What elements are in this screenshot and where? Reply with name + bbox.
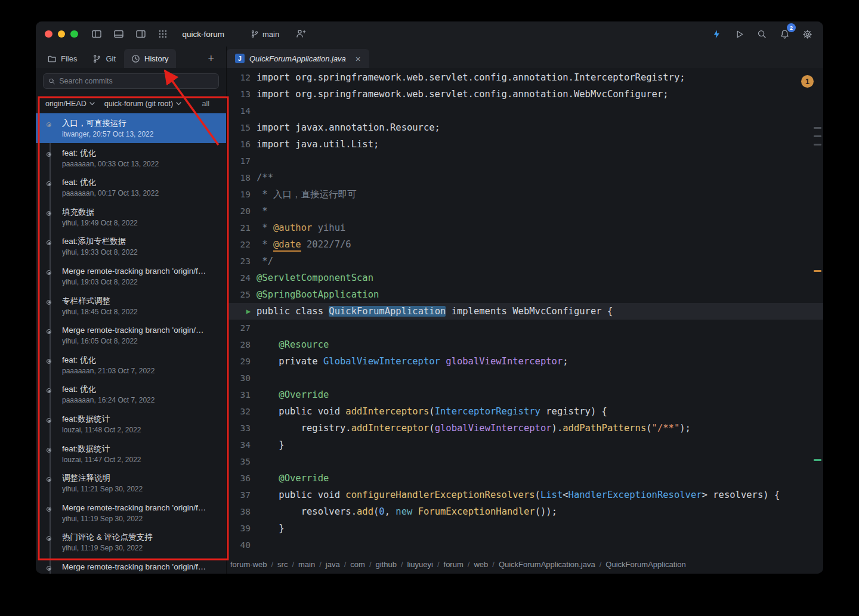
close-window-button[interactable] bbox=[45, 30, 52, 38]
commit-item[interactable]: feat:数据统计louzai, 11:47 Oct 2, 2022 bbox=[36, 439, 226, 469]
editor-tab-quickforumapplication[interactable]: J QuickForumApplication.java × bbox=[227, 49, 369, 68]
code-line[interactable]: 22 * @date 2022/7/6 bbox=[227, 236, 823, 253]
code-line[interactable]: 38 resolvers.add(0, new ForumExceptionHa… bbox=[227, 503, 823, 520]
breadcrumb-item[interactable]: java bbox=[326, 560, 340, 569]
collaboration-button[interactable] bbox=[295, 27, 308, 41]
commit-item[interactable]: Merge remote-tracking branch 'origin/f… bbox=[36, 557, 226, 574]
breadcrumb-item[interactable]: liuyueyi bbox=[407, 560, 433, 569]
breadcrumb-item[interactable]: main bbox=[298, 560, 315, 569]
code-line[interactable]: 33 registry.addInterceptor(globalViewInt… bbox=[227, 420, 823, 437]
commit-item[interactable]: feat:数据统计louzai, 11:48 Oct 2, 2022 bbox=[36, 409, 226, 439]
root-filter-dropdown[interactable]: quick-forum (git root) bbox=[104, 100, 181, 108]
code-line[interactable]: 40 bbox=[227, 537, 823, 553]
code-line[interactable]: 16import java.util.List; bbox=[227, 136, 823, 153]
toggle-right-panel-button[interactable] bbox=[134, 27, 147, 41]
run-config-button[interactable] bbox=[710, 27, 723, 41]
code-line[interactable]: ▶public class QuickForumApplication impl… bbox=[227, 303, 823, 320]
commit-item[interactable]: 热门评论 & 评论点赞支持yihui, 11:19 Sep 30, 2022 bbox=[36, 527, 226, 557]
inspection-badge[interactable]: 1 bbox=[801, 75, 814, 88]
toggle-bottom-panel-button[interactable] bbox=[112, 27, 125, 41]
code-line[interactable]: 13import org.springframework.web.servlet… bbox=[227, 86, 823, 103]
breadcrumb-separator: / bbox=[600, 560, 602, 569]
code-line[interactable]: 28 @Resource bbox=[227, 336, 823, 353]
branch-selector[interactable]: main bbox=[251, 30, 279, 39]
code-line[interactable]: 29 private GlobalViewInterceptor globalV… bbox=[227, 353, 823, 370]
ref-filter-dropdown[interactable]: origin/HEAD bbox=[45, 100, 95, 108]
add-tool-tab-button[interactable]: + bbox=[200, 49, 221, 68]
editor-tab-title: QuickForumApplication.java bbox=[249, 54, 346, 63]
code-line[interactable]: 34 } bbox=[227, 437, 823, 453]
commit-item[interactable]: feat:添加专栏数据yihui, 19:33 Oct 8, 2022 bbox=[36, 231, 226, 261]
code-line[interactable]: 31 @Override bbox=[227, 386, 823, 403]
code-line[interactable]: 23 */ bbox=[227, 253, 823, 270]
code-editor[interactable]: 12import org.springframework.web.servlet… bbox=[227, 68, 823, 555]
scrollbar-mark[interactable] bbox=[814, 144, 821, 146]
search-commits-input[interactable] bbox=[59, 77, 214, 85]
commit-item[interactable]: Merge remote-tracking branch 'origin/…yi… bbox=[36, 320, 226, 350]
code-line[interactable]: 25@SpringBootApplication bbox=[227, 286, 823, 303]
code-line[interactable]: 20 * bbox=[227, 203, 823, 219]
scrollbar-mark[interactable] bbox=[814, 135, 821, 137]
line-number: 17 bbox=[227, 153, 251, 169]
code-line[interactable]: 12import org.springframework.web.servlet… bbox=[227, 69, 823, 86]
commit-node-icon bbox=[47, 477, 51, 482]
workspace-title[interactable]: quick-forum bbox=[183, 30, 225, 39]
zoom-window-button[interactable] bbox=[70, 30, 78, 38]
breadcrumb-item[interactable]: src bbox=[277, 560, 288, 569]
code-line[interactable]: 21 * @author yihui bbox=[227, 219, 823, 236]
commit-item[interactable]: feat: 优化paaaaaan, 21:03 Oct 7, 2022 bbox=[36, 350, 226, 380]
breadcrumb-item[interactable]: forum-web bbox=[230, 560, 267, 569]
minimize-window-button[interactable] bbox=[58, 30, 66, 38]
commit-item[interactable]: feat: 优化paaaaaan, 00:17 Oct 13, 2022 bbox=[36, 172, 226, 202]
breadcrumb-item[interactable]: QuickForumApplication bbox=[605, 560, 685, 569]
breadcrumb-item[interactable]: github bbox=[376, 560, 397, 569]
commit-node-icon bbox=[47, 211, 51, 216]
breadcrumb-item[interactable]: forum bbox=[444, 560, 464, 569]
code-line[interactable]: 24@ServletComponentScan bbox=[227, 270, 823, 286]
code-line[interactable]: 17 bbox=[227, 153, 823, 169]
tab-git[interactable]: Git bbox=[85, 49, 123, 68]
notifications-button[interactable]: 2 bbox=[778, 27, 791, 41]
breadcrumb-item[interactable]: QuickForumApplication.java bbox=[499, 560, 595, 569]
search-everywhere-button[interactable] bbox=[755, 27, 768, 41]
workspaces-menu-button[interactable] bbox=[156, 27, 169, 41]
commit-item[interactable]: feat: 优化paaaaaan, 16:24 Oct 7, 2022 bbox=[36, 379, 226, 409]
chevron-down-icon bbox=[176, 102, 181, 106]
breadcrumb-item[interactable]: web bbox=[474, 560, 488, 569]
commit-item[interactable]: 专栏样式调整yihui, 18:45 Oct 8, 2022 bbox=[36, 291, 226, 321]
code-line[interactable]: 37 public void configureHandlerException… bbox=[227, 487, 823, 503]
toggle-left-panel-button[interactable] bbox=[90, 27, 103, 41]
close-tab-icon[interactable]: × bbox=[356, 54, 361, 64]
scrollbar-mark[interactable] bbox=[814, 127, 821, 129]
commit-item[interactable]: feat: 优化paaaaaan, 00:33 Oct 13, 2022 bbox=[36, 143, 226, 173]
code-line[interactable]: 14 bbox=[227, 103, 823, 119]
code-line[interactable]: 39 } bbox=[227, 520, 823, 537]
scope-filter-all[interactable]: all bbox=[202, 100, 217, 108]
breadcrumb-item[interactable]: com bbox=[350, 560, 365, 569]
code-line[interactable]: 30 bbox=[227, 370, 823, 386]
tab-files[interactable]: Files bbox=[41, 49, 84, 68]
code-line[interactable]: 36 @Override bbox=[227, 470, 823, 487]
tab-history[interactable]: History bbox=[124, 49, 175, 68]
settings-button[interactable] bbox=[801, 27, 814, 41]
commit-item[interactable]: 调整注释说明yihui, 11:21 Sep 30, 2022 bbox=[36, 468, 226, 498]
code-line[interactable]: 15import javax.annotation.Resource; bbox=[227, 119, 823, 136]
run-gutter-icon[interactable]: ▶ bbox=[227, 303, 251, 320]
code-line[interactable]: 19 * 入口，直接运行即可 bbox=[227, 186, 823, 203]
commit-item[interactable]: 填充数据yihui, 19:49 Oct 8, 2022 bbox=[36, 202, 226, 232]
commit-node-icon bbox=[47, 536, 51, 541]
code-line[interactable]: 32 public void addInterceptors(Intercept… bbox=[227, 403, 823, 420]
info-stripe-mark[interactable] bbox=[814, 459, 821, 461]
commit-meta: yihui, 19:03 Oct 8, 2022 bbox=[62, 278, 219, 286]
line-number: 33 bbox=[227, 420, 251, 437]
warning-stripe-mark[interactable] bbox=[814, 270, 821, 272]
code-line[interactable]: 27 bbox=[227, 320, 823, 336]
code-line[interactable]: 35 bbox=[227, 453, 823, 470]
search-commits-box[interactable] bbox=[43, 73, 219, 89]
run-button[interactable] bbox=[733, 27, 746, 41]
code-line[interactable]: 18/** bbox=[227, 169, 823, 186]
dots-grid-icon bbox=[158, 29, 168, 39]
commit-item[interactable]: 入口，可直接运行itwanger, 20:57 Oct 13, 2022 bbox=[36, 113, 226, 143]
commit-item[interactable]: Merge remote-tracking branch 'origin/f…y… bbox=[36, 261, 226, 291]
commit-item[interactable]: Merge remote-tracking branch 'origin/f…y… bbox=[36, 498, 226, 528]
